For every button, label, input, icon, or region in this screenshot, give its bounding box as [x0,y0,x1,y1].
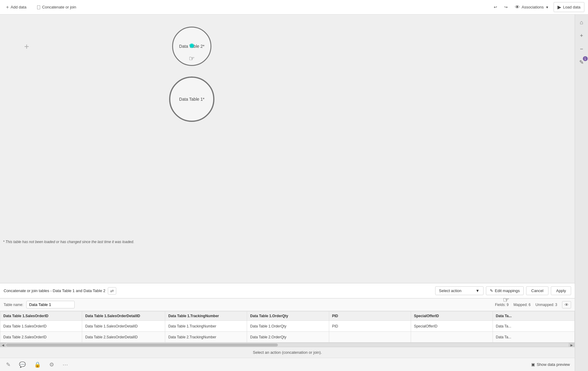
grid-header-row: Data Table 1.SalesOrderID Data Table 1.S… [0,311,575,321]
unmapped-count: Unmapped: 3 [535,303,557,307]
show-preview-icon: ▣ [531,362,535,367]
join-toolbar: Concatenate or join tables - Data Table … [0,283,575,298]
fields-count: Fields: 9 [495,303,509,307]
zoom-in-icon: + [580,33,583,39]
apply-button[interactable]: Apply [551,286,571,295]
bottom-icon-pencil[interactable]: ✎ [5,360,12,369]
col-header-5: SpecialOfferID [411,311,493,321]
zoom-out-icon: − [580,46,583,52]
bottom-icons-right: ▣ Show data preview [531,362,570,367]
cancel-label: Cancel [531,288,543,293]
associations-button[interactable]: 👁 Associations ▼ [512,3,551,11]
scroll-right-arrow[interactable]: ▶ [569,343,575,347]
table-row: Data Table 2.SalesOrderID Data Table 2.S… [0,332,575,343]
cell-0-3: Data Table 1.OrderQty [247,321,329,332]
cell-0-5: SpecialOfferID [411,321,493,332]
load-data-label: Load data [563,5,580,9]
bottom-icon-lock[interactable]: 🔒 [33,360,42,369]
concatenate-icon: ⎕ [37,5,40,10]
cell-1-0: Data Table 2.SalesOrderID [0,332,82,343]
edit-mappings-label: Edit mappings [495,288,520,293]
cell-0-1: Data Table 1.SalesOrderDetailID [82,321,165,332]
edit-pencil-icon: ✎ [490,288,493,293]
add-data-icon: + [6,5,9,10]
mapped-count: Mapped: 6 [513,303,531,307]
eye-button[interactable]: 👁 [562,301,571,308]
join-toolbar-right: Select action ▼ ✎ Edit mappings ☞ Cancel [435,286,571,295]
home-icon: ⌂ [580,19,583,26]
bottom-icon-chat[interactable]: 💬 [18,360,27,369]
edit-mappings-button[interactable]: ✎ Edit mappings [486,286,524,295]
cell-1-6: Data Ta... [493,332,574,343]
associations-chevron-icon: ▼ [545,5,549,9]
zoom-out-button[interactable]: − [577,44,586,54]
undo-icon: ↩ [494,5,497,9]
add-data-button[interactable]: + Add data [4,3,29,11]
data-table-1-label: Data Table 1* [179,97,204,102]
cell-0-0: Data Table 1.SalesOrderID [0,321,82,332]
notification-wrapper: ✎ 1 [577,57,586,67]
teal-indicator [189,43,194,48]
data-table-2-node[interactable]: Data Table 2* ☞ [172,27,211,66]
notification-count-badge: 1 [583,56,588,61]
col-header-0: Data Table 1.SalesOrderID [0,311,82,321]
horizontal-scrollbar[interactable]: ◀ ▶ [0,343,575,347]
col-header-4: PID [329,311,411,321]
cell-0-2: Data Table 1.TrackingNumber [165,321,247,332]
select-action-button[interactable]: Select action ▼ [435,286,484,295]
zoom-in-button[interactable]: + [577,31,586,41]
status-message: Select an action (concatenation or join)… [253,350,322,355]
bottom-icon-more[interactable]: ⋯ [61,360,69,369]
col-header-1: Data Table 1.SalesOrderDetailID [82,311,165,321]
toolbar-right: ↩ ↪ 👁 Associations ▼ ▶ Load data [491,2,584,12]
select-action-chevron-icon: ▼ [476,288,480,293]
load-data-icon: ▶ [557,4,561,10]
apply-label: Apply [556,288,566,293]
bottom-icons-left: ✎ 💬 🔒 ⚙ ⋯ [5,360,69,369]
table-name-left: Table name: [4,301,75,308]
right-sidebar: ⌂ + − ✎ 1 [575,15,588,371]
show-preview-label: Show data preview [537,362,570,367]
data-grid: Data Table 1.SalesOrderID Data Table 1.S… [0,311,575,343]
associations-eye-icon: 👁 [515,5,520,10]
table-row: Data Table 1.SalesOrderID Data Table 1.S… [0,321,575,332]
cell-1-2: Data Table 2.TrackingNumber [165,332,247,343]
edit-mappings-wrapper: ✎ Edit mappings ☞ [486,286,524,295]
bottom-icons-bar: ✎ 💬 🔒 ⚙ ⋯ ▣ Show data preview [0,358,575,371]
scroll-thumb[interactable] [6,343,278,347]
redo-button[interactable]: ↪ [502,4,510,11]
col-header-2: Data Table 1.TrackingNumber [165,311,247,321]
add-data-label: Add data [11,5,26,9]
cell-0-6: Data Ta... [493,321,574,332]
redo-icon: ↪ [504,5,508,9]
col-header-3: Data Table 1.OrderQty [247,311,329,321]
cancel-button[interactable]: Cancel [526,286,548,295]
cell-1-4-empty [329,332,411,343]
swap-button[interactable]: ⇄ [108,287,116,295]
data-grid-container: Data Table 1.SalesOrderID Data Table 1.S… [0,311,575,343]
add-node-button[interactable]: + [24,42,29,51]
table-name-label: Table name: [4,303,23,307]
table-name-row: Table name: Fields: 9 Mapped: 6 Unmapped… [0,298,575,311]
cell-0-4: PID [329,321,411,332]
canvas: + Data Table 2* ☞ Data Table 1* * This t… [0,15,588,371]
concatenate-join-button[interactable]: ⎕ Concatenate or join [35,3,79,11]
top-toolbar: + Add data ⎕ Concatenate or join ↩ ↪ 👁 A… [0,0,588,15]
hand-cursor-icon: ☞ [189,55,195,63]
table-name-input[interactable] [26,301,75,308]
cell-1-3: Data Table 2.OrderQty [247,332,329,343]
scroll-left-arrow[interactable]: ◀ [0,343,6,347]
main-area: + Data Table 2* ☞ Data Table 1* * This t… [0,15,588,371]
toolbar-left: + Add data ⎕ Concatenate or join [4,3,79,11]
load-data-button[interactable]: ▶ Load data [554,2,584,12]
data-table-1-node[interactable]: Data Table 1* [169,76,214,122]
show-preview-button[interactable]: ▣ Show data preview [531,362,570,367]
bottom-panel: Concatenate or join tables - Data Table … [0,283,575,371]
associations-label: Associations [522,5,544,9]
warning-message: * This table has not been loaded or has … [3,240,134,244]
bottom-icon-settings[interactable]: ⚙ [48,360,55,369]
undo-button[interactable]: ↩ [491,4,500,11]
cell-1-1: Data Table 2.SalesOrderDetailID [82,332,165,343]
join-toolbar-left: Concatenate or join tables - Data Table … [4,287,116,295]
home-button[interactable]: ⌂ [577,18,586,27]
